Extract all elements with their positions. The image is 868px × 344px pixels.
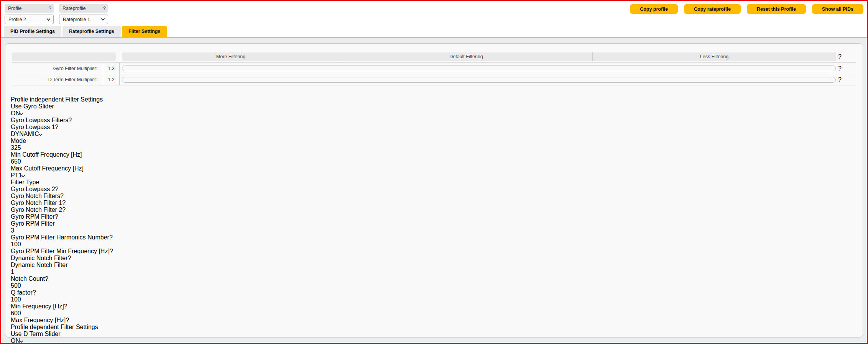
filter-name: Gyro RPM Filter — [11, 220, 55, 227]
filter-name: Gyro Lowpass 2 — [11, 186, 55, 192]
notch-count-input[interactable]: 1 — [11, 269, 857, 275]
profile-select-value: Profile 2 — [8, 17, 26, 22]
row-head: Gyro Lowpass 1? — [11, 124, 857, 131]
field-row: DYNAMICMode — [11, 131, 857, 144]
rateprofile-select[interactable]: Rateprofile 1 — [59, 15, 108, 24]
field-row: 325Min Cutoff Frequency [Hz] — [11, 144, 857, 158]
rateprofile-select-value: Rateprofile 1 — [63, 17, 90, 22]
help-icon[interactable]: ? — [67, 255, 71, 261]
max-frequency-hz-input[interactable]: 600 — [11, 310, 857, 317]
gyro-lowpass-filters-section-header: Gyro Lowpass Filters? — [11, 117, 857, 124]
row-head: Gyro RPM Filter — [11, 220, 857, 227]
gyro-notch-filters-section-header: Gyro Notch Filters? — [11, 193, 857, 200]
slider-row: D Term Filter Multiplier:1.2? — [12, 74, 856, 85]
help-icon[interactable]: ? — [64, 303, 67, 310]
reset-this-profile-button[interactable]: Reset this Profile — [747, 4, 806, 14]
help-icon[interactable]: ? — [55, 186, 59, 192]
profile-dependent-filter-settings-on-select[interactable]: ON — [11, 337, 857, 344]
help-icon[interactable]: ? — [103, 6, 106, 11]
profile-select[interactable]: Profile 2 — [5, 15, 54, 24]
tuning-sliders-table: More FilteringDefault FilteringLess Filt… — [12, 52, 856, 85]
filter-type-select[interactable]: PT1 — [11, 172, 857, 179]
field-label: Mode — [11, 138, 26, 144]
copy-rateprofile-button[interactable]: Copy rateprofile — [684, 4, 741, 14]
field-row: 3Gyro RPM Filter Harmonics Number? — [11, 227, 857, 241]
chevron-down-icon — [21, 174, 25, 177]
row-head: Gyro Lowpass 2? — [11, 186, 857, 193]
rateprofile-selector-group: Rateprofile ? Rateprofile 1 — [59, 4, 108, 24]
help-icon[interactable]: ? — [110, 248, 113, 254]
tab-filter-settings[interactable]: Filter Settings — [122, 26, 167, 37]
filter-panels: Profile independent Filter SettingsUse G… — [11, 96, 857, 344]
help-icon[interactable]: ? — [55, 213, 58, 220]
filter-name: Gyro Lowpass 1 — [11, 124, 55, 130]
row-content: Gyro Notch Filter 1? — [11, 200, 857, 206]
q-factor-input[interactable]: 500 — [11, 282, 857, 289]
field-label: Gyro RPM Filter Harmonics Number — [11, 234, 109, 241]
filter-settings-panel: More FilteringDefault FilteringLess Filt… — [5, 43, 863, 337]
show-all-pids-button[interactable]: Show all PIDs — [812, 4, 863, 14]
field-label: Max Cutoff Frequency [Hz] — [11, 165, 84, 172]
help-icon[interactable]: ? — [838, 65, 842, 72]
gyro-lowpass-2-row: Gyro Lowpass 2? — [11, 186, 857, 193]
help-icon[interactable]: ? — [62, 200, 66, 206]
row-head: Dynamic Notch Filter — [11, 262, 857, 269]
pid-tuning-content: More FilteringDefault FilteringLess Filt… — [1, 38, 867, 343]
panel-header: Profile independent Filter SettingsUse G… — [11, 96, 857, 117]
gyro-filter-multiplier-slider[interactable] — [120, 63, 838, 74]
slider-track[interactable] — [122, 77, 836, 83]
help-icon[interactable]: ? — [49, 6, 51, 11]
d-term-filter-multiplier-slider[interactable] — [120, 74, 838, 85]
help-icon[interactable]: ? — [62, 206, 66, 213]
help-icon[interactable]: ? — [60, 193, 64, 199]
field-label: Min Cutoff Frequency [Hz] — [11, 151, 82, 158]
slider-track[interactable] — [122, 66, 836, 71]
max-cutoff-frequency-hz-input[interactable]: 650 — [11, 158, 857, 165]
field-row: 650Max Cutoff Frequency [Hz] — [11, 158, 857, 172]
section-title: Dynamic Notch Filter — [11, 255, 67, 261]
help-icon[interactable]: ? — [55, 124, 59, 130]
help-icon[interactable]: ? — [33, 289, 36, 296]
slider-header-columns: More FilteringDefault FilteringLess Filt… — [120, 52, 838, 61]
gyro-rpm-filter-min-frequency-hz-input[interactable]: 100 — [11, 241, 857, 248]
help-icon[interactable]: ? — [45, 275, 48, 282]
top-bar: Profile ? Profile 2 Rateprofile ? Ratepr… — [0, 0, 868, 25]
filter-name: Gyro Notch Filter 2 — [11, 206, 62, 213]
copy-profile-button[interactable]: Copy profile — [630, 4, 678, 14]
min-cutoff-frequency-hz-input[interactable]: 325 — [11, 144, 857, 151]
rateprofile-label: Rateprofile — [62, 6, 85, 11]
mode-select[interactable]: DYNAMIC — [11, 131, 857, 138]
help-icon[interactable]: ? — [66, 317, 69, 323]
section-title: Gyro RPM Filter — [11, 213, 55, 220]
field-label: Q factor — [11, 289, 33, 296]
field-row: PT1Filter Type — [11, 172, 857, 186]
help-icon[interactable]: ? — [68, 117, 72, 123]
gyro-notch-filter-2-row: Gyro Notch Filter 2? — [11, 206, 857, 213]
on-select-value: ON — [11, 110, 20, 116]
gyro-rpm-filter-row: Gyro RPM Filter3Gyro RPM Filter Harmonic… — [11, 220, 857, 255]
filter-name: Dynamic Notch Filter — [11, 262, 67, 268]
less-filtering-header: Less Filtering — [592, 52, 836, 61]
chevron-down-icon — [47, 17, 51, 21]
slider-header-label-block — [12, 52, 116, 61]
panel-note: Use D Term Slider — [11, 331, 857, 337]
row-content: Gyro Lowpass 2? — [11, 186, 857, 193]
tab-rateprofile-settings[interactable]: Rateprofile Settings — [62, 26, 121, 37]
row-content: Gyro Notch Filter 2? — [11, 206, 857, 213]
help-icon[interactable]: ? — [838, 76, 842, 83]
min-frequency-hz-input[interactable]: 100 — [11, 296, 857, 303]
filter-fields: 3Gyro RPM Filter Harmonics Number?100Gyr… — [11, 227, 857, 255]
tab-bar: PID Profile SettingsRateprofile Settings… — [0, 25, 868, 37]
panel-title: Profile dependent Filter Settings — [11, 324, 857, 331]
gyro-rpm-filter-harmonics-number-input[interactable]: 3 — [11, 227, 857, 234]
section-title: Gyro Notch Filters — [11, 193, 60, 199]
rateprofile-label-box: Rateprofile ? — [59, 4, 108, 13]
row-content: Gyro RPM Filter3Gyro RPM Filter Harmonic… — [11, 220, 857, 255]
select-value: DYNAMIC — [11, 131, 39, 137]
help-icon[interactable]: ? — [838, 53, 842, 60]
profile-label-box: Profile ? — [5, 4, 54, 13]
slider-label: Gyro Filter Multiplier: — [12, 66, 103, 71]
profile-independent-filter-settings-on-select[interactable]: ON — [11, 110, 857, 117]
tab-pid-profile-settings[interactable]: PID Profile Settings — [4, 26, 61, 37]
help-icon[interactable]: ? — [109, 234, 113, 241]
